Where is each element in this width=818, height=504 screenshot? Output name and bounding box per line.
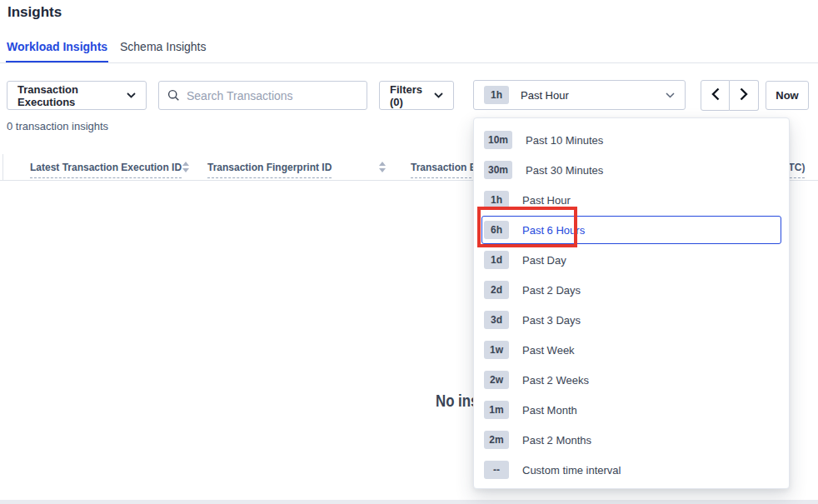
- time-interval-select[interactable]: 1h Past Hour: [473, 80, 686, 110]
- filters-button[interactable]: Filters (0): [379, 81, 454, 110]
- tab-bar: Workload Insights Schema Insights: [0, 40, 818, 63]
- chevron-right-icon: [740, 87, 748, 104]
- time-option-badge: 1w: [484, 341, 509, 359]
- time-interval-dropdown-menu: 10m Past 10 Minutes 30m Past 30 Minutes …: [473, 117, 790, 489]
- time-nav-arrows: [701, 80, 759, 111]
- time-option-label: Past 2 Days: [522, 284, 581, 297]
- time-interval-label: Past Hour: [521, 89, 569, 102]
- insights-count: 0 transaction insights: [7, 120, 108, 132]
- time-option-badge: 6h: [484, 221, 509, 239]
- time-interval-option[interactable]: 2w Past 2 Weeks: [474, 365, 789, 395]
- search-input[interactable]: [187, 89, 358, 102]
- time-option-label: Past 2 Months: [522, 434, 591, 447]
- insights-page: Insights Workload Insights Schema Insigh…: [0, 0, 818, 504]
- time-option-badge: 30m: [484, 161, 512, 179]
- time-option-label: Past Month: [522, 404, 577, 417]
- time-interval-option[interactable]: 3d Past 3 Days: [474, 305, 789, 335]
- time-option-badge: 2m: [484, 431, 509, 449]
- time-interval-option[interactable]: 1d Past Day: [474, 245, 789, 275]
- table-left-border: [2, 154, 3, 180]
- time-option-badge: 1d: [484, 251, 509, 269]
- time-interval-option[interactable]: 2d Past 2 Days: [474, 275, 789, 305]
- column-header-txn-fingerprint-id[interactable]: Transaction Fingerprint ID: [207, 162, 332, 178]
- time-interval-option[interactable]: 1w Past Week: [474, 335, 789, 365]
- time-option-badge: 10m: [484, 131, 512, 149]
- time-option-badge: 1h: [484, 191, 509, 209]
- time-option-label: Past 6 Hours: [522, 224, 585, 237]
- time-interval-option[interactable]: 1h Past Hour: [474, 185, 789, 215]
- chevron-down-icon: [666, 92, 675, 98]
- now-button[interactable]: Now: [766, 81, 809, 110]
- tab-schema-insights[interactable]: Schema Insights: [120, 40, 207, 53]
- time-option-label: Past Hour: [522, 194, 571, 207]
- filters-label: Filters (0): [390, 83, 434, 108]
- time-next-button[interactable]: [730, 80, 759, 111]
- page-bottom-band: [0, 500, 818, 504]
- page-title: Insights: [7, 4, 62, 21]
- chevron-left-icon: [711, 87, 720, 104]
- time-option-badge: 1m: [484, 401, 509, 419]
- time-option-label: Past 2 Weeks: [522, 374, 589, 387]
- time-option-badge: 2w: [484, 371, 509, 389]
- time-option-label: Past Week: [522, 344, 575, 357]
- time-interval-option[interactable]: 6h Past 6 Hours: [481, 216, 781, 244]
- time-interval-option[interactable]: 2m Past 2 Months: [474, 425, 789, 455]
- now-label: Now: [776, 89, 798, 102]
- tab-workload-insights[interactable]: Workload Insights: [7, 40, 107, 53]
- time-interval-option[interactable]: 30m Past 30 Minutes: [474, 155, 789, 185]
- time-interval-option[interactable]: 10m Past 10 Minutes: [474, 125, 789, 155]
- time-option-badge: --: [484, 461, 509, 479]
- search-icon: [167, 89, 180, 102]
- column-header-latest-txn-exec-id[interactable]: Latest Transaction Execution ID: [30, 162, 182, 178]
- chevron-down-icon: [127, 92, 136, 98]
- workload-type-label: Transaction Executions: [17, 83, 127, 108]
- time-option-label: Past 30 Minutes: [526, 164, 603, 177]
- time-interval-option[interactable]: 1m Past Month: [474, 395, 789, 425]
- sort-icon[interactable]: [379, 162, 386, 173]
- time-option-label: Past Day: [522, 254, 566, 267]
- time-option-badge: 3d: [484, 311, 509, 329]
- time-option-label: Custom time interval: [522, 464, 621, 477]
- time-interval-option[interactable]: -- Custom time interval: [474, 455, 789, 485]
- time-option-label: Past 3 Days: [522, 314, 581, 327]
- time-option-label: Past 10 Minutes: [526, 134, 603, 147]
- time-interval-badge: 1h: [484, 86, 509, 104]
- sort-icon[interactable]: [182, 162, 189, 173]
- time-prev-button[interactable]: [701, 80, 730, 111]
- search-box[interactable]: [158, 81, 367, 110]
- workload-type-select[interactable]: Transaction Executions: [7, 81, 147, 110]
- time-option-badge: 2d: [484, 281, 509, 299]
- chevron-down-icon: [434, 92, 443, 98]
